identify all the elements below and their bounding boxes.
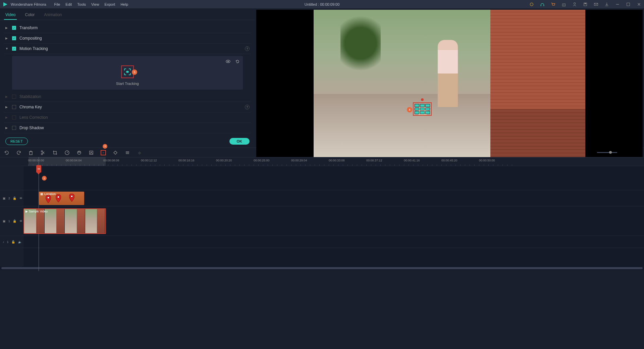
checkbox-drop-shadow[interactable] [12,126,16,130]
color-icon[interactable] [76,150,82,155]
preview-panel: 4 { } 00:00:01:15 1/2 ▼ [255,8,644,148]
menu-edit[interactable]: Edit [65,2,72,6]
tab-video[interactable]: Video [4,10,17,20]
menu-help[interactable]: Help [120,2,128,6]
eye-icon[interactable]: 👁 [19,197,23,200]
menu-file[interactable]: File [54,2,60,6]
svg-point-5 [574,2,575,4]
prop-chroma-key[interactable]: ▶ Chroma Key ? [4,102,251,112]
gift-icon[interactable] [561,2,566,7]
undo-icon[interactable] [4,150,9,155]
download-icon[interactable] [604,2,609,7]
tab-animation[interactable]: Animation [43,10,63,20]
clip-sample-video[interactable]: ▶Sample Video 2 [23,208,106,234]
app-logo-icon [3,2,8,7]
clip-location[interactable]: ▦Location [39,192,84,205]
maximize-icon[interactable] [626,2,631,7]
tab-color[interactable]: Color [23,10,36,20]
redo-icon[interactable] [16,150,21,155]
delete-icon[interactable] [28,150,34,155]
ruler-timestamp: 00:00:37:12 [366,159,382,162]
speed-icon[interactable] [64,150,70,155]
minimize-icon[interactable] [615,2,620,7]
save-icon[interactable] [583,2,588,7]
close-icon[interactable] [637,2,641,7]
playhead-handle[interactable]: ✂ [36,165,41,172]
headphones-icon[interactable] [540,2,545,7]
help-icon[interactable]: ? [245,105,250,109]
menu-view[interactable]: View [91,2,99,6]
lock-icon[interactable]: 🔓 [13,197,17,200]
image-icon: ▦ [40,192,43,196]
checkbox-compositing[interactable]: ✓ [12,36,16,40]
preview-viewport[interactable]: 4 [256,10,643,163]
motion-tracker-target[interactable]: 4 [413,102,432,116]
ruler-timestamp: 00:00:41:16 [404,159,420,162]
svg-rect-10 [627,3,630,6]
start-tracking-button[interactable]: 5 [121,65,134,78]
location-pin-icon [69,194,74,202]
svg-point-25 [77,151,81,154]
timeline-zoom-slider[interactable] [597,152,617,153]
lock-icon[interactable]: 🔓 [11,240,15,244]
motion-tracking-tool-icon[interactable] [101,150,106,155]
ruler-timestamp: 00:00:33:08 [329,159,345,162]
user-icon[interactable] [572,2,577,7]
chevron-right-icon: ▶ [5,116,9,119]
checkbox-transform[interactable]: ✓ [12,26,16,30]
title-bar: Wondershare Filmora File Edit Tools View… [0,0,644,8]
document-title: Untitled : 00:00:09:00 [305,2,340,6]
timeline-scrollbar[interactable] [0,266,644,270]
scissors-icon: ✂ [38,167,40,171]
help-icon[interactable]: ? [245,46,250,51]
audio-sync-icon[interactable] [137,150,142,155]
track-index: 2 [8,197,10,200]
ruler-timestamp: 00:00:29:04 [291,159,307,162]
tracker-rotate-handle[interactable] [421,98,424,101]
prop-transform[interactable]: ▶ ✓ Transform [4,23,251,33]
properties-panel: Video Color Animation ▶ ✓ Transform ▶ ✓ … [0,8,255,148]
prop-drop-shadow[interactable]: ▶ Drop Shadow [4,123,251,133]
crop-icon[interactable] [52,150,58,155]
eye-icon[interactable]: 👁 [19,219,23,223]
timeline-selection: 1 [29,157,106,166]
menu-tools[interactable]: Tools [77,2,86,6]
track-index: 1 [8,219,10,223]
mute-icon[interactable]: 🔈 [18,240,22,244]
track-spacer [0,166,644,190]
playhead[interactable]: ✂ [39,157,39,271]
mail-icon[interactable] [594,2,598,7]
reset-icon[interactable] [235,59,240,64]
split-icon[interactable] [40,150,46,155]
lock-icon[interactable]: 🔒 [13,219,17,223]
annotation-badge-4: 4 [407,107,412,112]
main-menu: File Edit Tools View Export Help [54,2,128,6]
track-body[interactable]: ▦Location [23,190,644,206]
cart-icon[interactable] [551,2,555,7]
ok-button[interactable]: OK [229,138,250,145]
track-body[interactable] [23,236,644,248]
menu-export[interactable]: Export [105,2,115,6]
track-overlay-2: ▣ 2 🔓 👁 ▦Location [0,190,644,206]
lightbulb-icon[interactable] [529,2,534,7]
svg-point-26 [78,152,79,152]
prop-compositing[interactable]: ▶ ✓ Compositing [4,33,251,44]
timeline-tracks: ▣ 2 🔓 👁 ▦Location ▣ 1 🔒 👁 ▶Sample Video [0,166,644,266]
location-pin-icon [56,194,61,202]
keyframe-icon[interactable] [113,150,118,155]
svg-rect-1 [541,5,541,6]
ruler-timestamp: 00:00:45:20 [441,159,458,162]
adjust-icon[interactable] [125,150,130,155]
ruler-timestamp: 00:00:08:08 [103,159,119,162]
track-type-icon: ▣ [3,197,6,200]
prop-motion-tracking[interactable]: ▼ ✓ Motion Tracking ? [4,44,251,54]
chevron-right-icon: ▶ [5,37,9,40]
green-screen-icon[interactable] [89,150,94,155]
reset-button[interactable]: RESET [5,138,28,145]
checkbox-motion-tracking[interactable]: ✓ [12,47,16,51]
ruler-timestamp: 00:00:50:00 [479,159,495,162]
visibility-icon[interactable] [225,59,231,64]
prop-stabilization: ▶ Stabilization [4,92,251,102]
checkbox-chroma-key[interactable] [12,105,16,109]
track-body[interactable]: ▶Sample Video 2 [23,206,644,236]
